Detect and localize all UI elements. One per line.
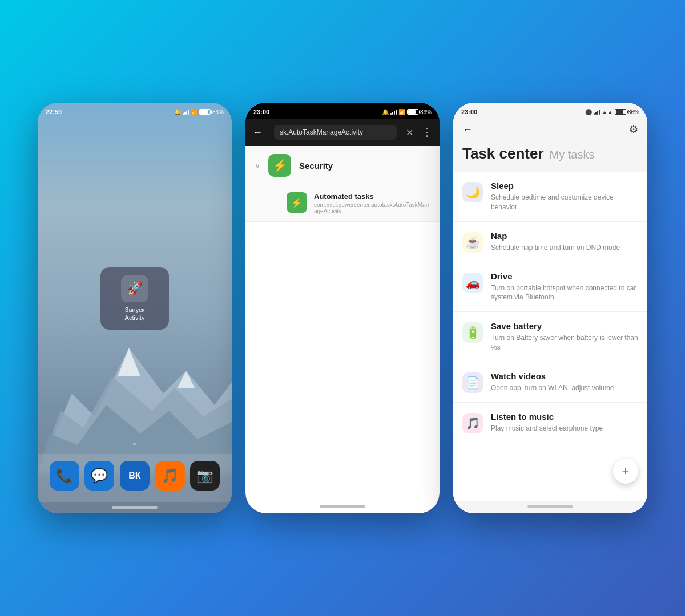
task-list: 🌙 Sleep Schedule bedtime and customize d… xyxy=(453,172,647,501)
time-phone1: 22:59 xyxy=(46,108,62,115)
security-app-icon: ⚡ xyxy=(268,154,291,177)
time-phone2: 23:00 xyxy=(253,108,269,115)
battery-percent-1: 86% xyxy=(212,109,224,115)
security-app-info: Security xyxy=(299,161,430,171)
battery-saver-icon: 🔋 xyxy=(462,322,483,343)
dock-app-phone[interactable]: 📞 xyxy=(50,461,79,491)
menu-button[interactable]: ⋮ xyxy=(422,126,433,139)
close-tab-button[interactable]: ✕ xyxy=(402,127,416,138)
signal-bars-1 xyxy=(183,109,189,115)
home-bar-2 xyxy=(320,505,365,508)
music-title: Listen to music xyxy=(491,412,638,422)
expand-chevron: ∨ xyxy=(255,161,260,170)
battery-saver-desc: Turn on Battery saver when battery is lo… xyxy=(491,333,638,352)
home-indicator-2 xyxy=(245,501,440,513)
drive-icon: 🚗 xyxy=(462,273,483,293)
nap-info: Nap Schedule nap time and turn on DND mo… xyxy=(491,231,638,253)
security-app-title: Security xyxy=(299,161,430,171)
task-item-music[interactable]: 🎵 Listen to music Play music and select … xyxy=(453,403,647,443)
phone-task-center: 23:00 ⚫ ▲▲ 86% ← ⚙ Task center My tasks xyxy=(453,103,647,513)
signal-bars-3 xyxy=(594,109,600,115)
automated-tasks-info: Automated tasks com.miui.powercenter.aut… xyxy=(314,192,430,214)
battery-percent-2: 86% xyxy=(420,109,432,115)
battery-percent-3: 86% xyxy=(628,109,639,115)
drawer-chevron[interactable]: ⌃ xyxy=(38,438,232,454)
add-icon: + xyxy=(622,464,630,479)
sleep-desc: Schedule bedtime and customize device be… xyxy=(491,193,638,212)
app-list-security[interactable]: ∨ ⚡ Security xyxy=(245,146,440,185)
automated-tasks-pkg: com.miui.powercenter.autotask.AutoTaskMa… xyxy=(314,202,430,214)
add-task-fab[interactable]: + xyxy=(613,459,638,484)
task-item-video[interactable]: 📄 Watch videos Open app, turn on WLAN, a… xyxy=(453,362,647,403)
back-button[interactable]: ← xyxy=(252,127,268,139)
wifi-icon-2: 📶 xyxy=(398,109,405,115)
nap-icon: ☕ xyxy=(462,232,483,253)
battery-icon-2 xyxy=(407,109,418,115)
status-bar-phone2: 23:00 🔔 📶 86% xyxy=(245,103,440,119)
automated-tasks-title: Automated tasks xyxy=(314,192,430,201)
nap-title: Nap xyxy=(491,231,638,241)
launch-widget-icon: 🚀 xyxy=(121,275,148,302)
automated-tasks-icon: ⚡ xyxy=(287,192,307,213)
sleep-title: Sleep xyxy=(491,181,638,191)
sleep-info: Sleep Schedule bedtime and customize dev… xyxy=(491,181,638,212)
task-center-main-title: Task center xyxy=(462,145,544,163)
header-back-button[interactable]: ← xyxy=(462,124,478,136)
battery-saver-title: Save battery xyxy=(491,321,638,331)
home-indicator-3 xyxy=(453,501,647,513)
status-icons-phone1: 🔔 📶 86% xyxy=(174,109,224,115)
dock-app-messages[interactable]: 💬 xyxy=(84,461,114,491)
app-dock: 📞 💬 ВК 🎵 📷 xyxy=(38,454,232,502)
home-indicator-1 xyxy=(38,502,232,513)
alarm-icon: 🔔 xyxy=(174,109,181,115)
wifi-icon: 📶 xyxy=(191,109,198,115)
drive-desc: Turn on portable hotspot when connected … xyxy=(491,283,638,303)
launch-widget-label: Запуск Activity xyxy=(125,306,145,322)
launch-widget[interactable]: 🚀 Запуск Activity xyxy=(100,267,169,330)
task-center-sub-title: My tasks xyxy=(550,148,595,161)
task-item-sleep[interactable]: 🌙 Sleep Schedule bedtime and customize d… xyxy=(453,172,647,222)
task-center-header: ← ⚙ xyxy=(453,119,647,143)
sleep-icon: 🌙 xyxy=(462,182,483,202)
dock-app-camera[interactable]: 📷 xyxy=(190,461,220,491)
battery-icon-3 xyxy=(615,109,626,115)
home-bar-3 xyxy=(527,505,573,508)
task-center-title-row: Task center My tasks xyxy=(453,143,647,172)
music-info: Listen to music Play music and select ea… xyxy=(491,412,638,433)
dock-app-music[interactable]: 🎵 xyxy=(155,461,185,491)
status-bar-phone3: 23:00 ⚫ ▲▲ 86% xyxy=(453,103,647,119)
time-phone3: 23:00 xyxy=(461,108,477,115)
drive-info: Drive Turn on portable hotspot when conn… xyxy=(491,271,638,303)
watch-video-info: Watch videos Open app, turn on WLAN, adj… xyxy=(491,371,638,393)
automated-tasks-item[interactable]: ⚡ Automated tasks com.miui.powercenter.a… xyxy=(245,185,440,222)
alarm-icon-3: ⚫ xyxy=(585,109,592,115)
task-item-battery[interactable]: 🔋 Save battery Turn on Battery saver whe… xyxy=(453,312,647,362)
drive-title: Drive xyxy=(491,271,638,281)
phone-app-switcher: 23:00 🔔 📶 86% ← sk.AutoTaskManageActivit… xyxy=(245,103,440,513)
phone-home-screen: 22:59 🔔 📶 86% 🚀 Запуск xyxy=(38,103,232,513)
status-bar-phone1: 22:59 🔔 📶 86% xyxy=(38,103,232,119)
status-icons-phone3: ⚫ ▲▲ 86% xyxy=(585,109,639,115)
music-icon: 🎵 xyxy=(462,413,483,433)
app-list: ∨ ⚡ Security ⚡ Automated tasks com.miui.… xyxy=(245,146,440,323)
watch-video-desc: Open app, turn on WLAN, adjust volume xyxy=(491,383,638,393)
status-icons-phone2: 🔔 📶 86% xyxy=(382,109,432,115)
task-item-drive[interactable]: 🚗 Drive Turn on portable hotspot when co… xyxy=(453,262,647,313)
browser-toolbar: ← sk.AutoTaskManageActivity ✕ ⋮ xyxy=(245,119,440,146)
watch-video-title: Watch videos xyxy=(491,371,638,381)
dock-app-vk[interactable]: ВК xyxy=(120,461,150,491)
alarm-icon-2: 🔔 xyxy=(382,109,389,115)
music-desc: Play music and select earphone type xyxy=(491,424,638,433)
wifi-icon-3: ▲▲ xyxy=(602,109,613,115)
battery-icon-1 xyxy=(199,109,211,115)
nap-desc: Schedule nap time and turn on DND mode xyxy=(491,243,638,253)
header-gear-button[interactable]: ⚙ xyxy=(622,123,638,136)
url-bar[interactable]: sk.AutoTaskManageActivity xyxy=(274,125,397,140)
watch-video-icon: 📄 xyxy=(462,372,483,393)
battery-saver-info: Save battery Turn on Battery saver when … xyxy=(491,321,638,352)
task-item-nap[interactable]: ☕ Nap Schedule nap time and turn on DND … xyxy=(453,222,647,262)
signal-bars-2 xyxy=(390,109,397,115)
home-bar-1 xyxy=(112,506,158,509)
